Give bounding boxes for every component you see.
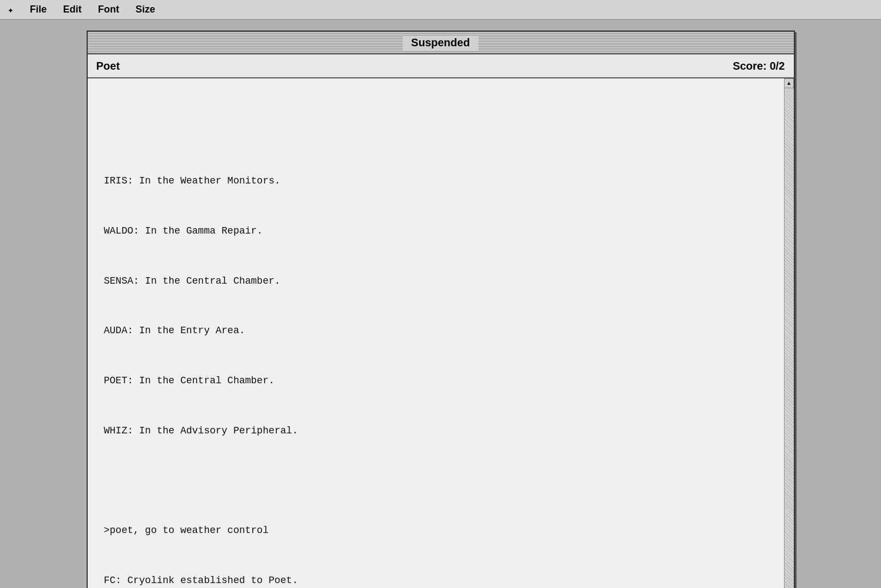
scrollbar[interactable]: ▲ ▼	[784, 78, 794, 588]
scroll-up-arrow[interactable]: ▲	[784, 78, 794, 88]
scroll-track[interactable]	[785, 88, 794, 588]
content-area[interactable]: IRIS: In the Weather Monitors. WALDO: In…	[88, 78, 784, 588]
window-area: Suspended Poet Score: 0/2 IRIS: In the W…	[0, 20, 881, 588]
game-text: IRIS: In the Weather Monitors. WALDO: In…	[104, 89, 768, 588]
menu-font[interactable]: Font	[95, 3, 123, 16]
title-bar: Suspended	[88, 32, 794, 53]
text-line-1: IRIS: In the Weather Monitors.	[104, 173, 768, 189]
menu-size[interactable]: Size	[132, 3, 159, 16]
menu-file[interactable]: File	[27, 3, 50, 16]
menubar: ✦ File Edit Font Size	[0, 0, 881, 20]
apple-menu[interactable]: ✦	[4, 3, 17, 17]
score-display: Score: 0/2	[733, 60, 785, 72]
text-line-5: POET: In the Central Chamber.	[104, 372, 768, 389]
info-bar: Poet Score: 0/2	[88, 53, 794, 78]
scroll-area: IRIS: In the Weather Monitors. WALDO: In…	[88, 78, 784, 588]
game-name: Poet	[96, 60, 120, 72]
text-line-3: SENSA: In the Central Chamber.	[104, 273, 768, 290]
game-window: Suspended Poet Score: 0/2 IRIS: In the W…	[87, 30, 795, 588]
menu-edit[interactable]: Edit	[60, 3, 85, 16]
text-line-8: FC: Cryolink established to Poet.	[104, 572, 768, 588]
text-line-4: AUDA: In the Entry Area.	[104, 322, 768, 339]
text-line-6: WHIZ: In the Advisory Peripheral.	[104, 422, 768, 439]
window-title: Suspended	[403, 35, 479, 50]
content-wrapper: IRIS: In the Weather Monitors. WALDO: In…	[88, 78, 794, 588]
text-line-0	[104, 122, 768, 139]
text-line-2: WALDO: In the Gamma Repair.	[104, 223, 768, 240]
text-blank-1	[104, 473, 768, 489]
text-line-7: >poet, go to weather control	[104, 522, 768, 539]
